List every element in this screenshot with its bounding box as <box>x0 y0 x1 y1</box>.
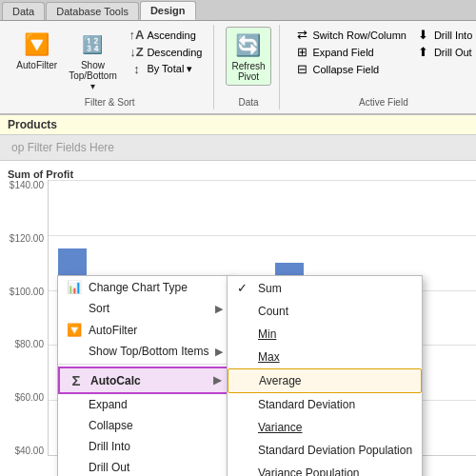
drop-area: op Filter Fields Here <box>0 135 476 161</box>
sort-arrow: ▶ <box>215 303 223 315</box>
max-item[interactable]: Max <box>228 346 422 368</box>
switch-row-col-button[interactable]: ⇄ Switch Row/Column <box>291 27 410 43</box>
drill-into-item[interactable]: Drill Into <box>58 436 230 457</box>
by-total-icon: ↕ <box>129 62 144 76</box>
collapse-item[interactable]: Collapse <box>58 415 230 436</box>
context-menu-overlay: 📊 Change Chart Type Sort ▶ 🔽 AutoFilter … <box>0 161 476 476</box>
expand-field-label: Expand Field <box>313 47 374 58</box>
drill-into-icon: ⬇ <box>416 28 431 42</box>
filter-sort-group: 🔽 AutoFilter 🔢 ShowTop/Bottom ▾ ↑A Ascen… <box>6 25 214 109</box>
data-group-label: Data <box>218 97 278 108</box>
active-field-right: ⬇ Drill Into ⬆ Drill Out <box>412 27 476 60</box>
products-bar: Products <box>0 115 476 135</box>
expand-label: Expand <box>89 398 223 411</box>
show-top-bottom-item[interactable]: Show Top/Bottom Items ▶ <box>58 341 230 362</box>
drill-into-label: Drill Into <box>434 30 472 41</box>
data-group: 🔄 RefreshPivot Data <box>218 25 279 109</box>
autofilter-menu-label: AutoFilter <box>89 324 223 337</box>
expand-item[interactable]: Expand <box>58 394 230 415</box>
variance-pop-item[interactable]: Variance Population <box>228 462 422 476</box>
autocalc-arrow: ▶ <box>213 374 221 387</box>
show-top-bottom-label: ShowTop/Bottom ▾ <box>68 60 119 91</box>
sum-check: ✓ <box>237 281 252 295</box>
autofilter-item[interactable]: 🔽 AutoFilter <box>58 319 230 341</box>
products-label: Products <box>8 118 57 131</box>
min-label: Min <box>258 327 276 341</box>
show-top-bottom-menu-label: Show Top/Bottom Items <box>89 345 209 358</box>
std-dev-item[interactable]: Standard Deviation <box>228 393 422 416</box>
collapse-field-icon: ⊟ <box>295 62 310 76</box>
count-label: Count <box>258 305 288 318</box>
std-dev-pop-label: Standard Deviation Population <box>258 444 412 457</box>
expand-field-icon: ⊞ <box>295 45 310 59</box>
sort-label: Sort <box>89 302 209 315</box>
drop-area-text: op Filter Fields Here <box>11 141 114 154</box>
switch-row-col-label: Switch Row/Column <box>313 30 407 41</box>
count-item[interactable]: Count <box>228 300 422 323</box>
drill-out-label: Drill Out <box>434 47 472 58</box>
autofilter-label: AutoFilter <box>16 60 57 70</box>
refresh-pivot-label: RefreshPivot <box>231 61 265 82</box>
change-chart-type-item[interactable]: 📊 Change Chart Type <box>58 276 230 298</box>
active-field-group: ⇄ Switch Row/Column ⊞ Expand Field ⊟ Col… <box>284 25 477 109</box>
menu-separator <box>58 364 230 365</box>
chart-area: Sum of Profit $140.00 $120.00 $100.00 $8… <box>0 161 476 476</box>
collapse-label: Collapse <box>89 419 223 432</box>
filter-sort-content: 🔽 AutoFilter 🔢 ShowTop/Bottom ▾ ↑A Ascen… <box>13 27 206 108</box>
variance-item[interactable]: Variance <box>228 416 422 439</box>
sort-group: ↑A Ascending ↓Z Descending ↕ By Total ▾ <box>125 27 206 77</box>
context-menu: 📊 Change Chart Type Sort ▶ 🔽 AutoFilter … <box>57 275 231 476</box>
variance-label: Variance <box>258 421 302 434</box>
switch-row-col-icon: ⇄ <box>295 28 310 42</box>
tab-design[interactable]: Design <box>140 1 196 20</box>
drill-into-button[interactable]: ⬇ Drill Into <box>412 27 476 43</box>
chart-type-icon: 📊 <box>66 280 83 294</box>
refresh-pivot-icon: 🔄 <box>233 30 264 61</box>
drill-out-icon: ⬆ <box>416 45 431 59</box>
average-item[interactable]: Average <box>228 368 422 393</box>
active-field-label: Active Field <box>284 97 477 108</box>
show-top-bottom-arrow: ▶ <box>215 346 223 358</box>
tab-database-tools[interactable]: Database Tools <box>46 2 139 20</box>
refresh-pivot-button[interactable]: 🔄 RefreshPivot <box>226 27 270 86</box>
by-total-label: By Total ▾ <box>147 63 192 75</box>
active-field-left: ⇄ Switch Row/Column ⊞ Expand Field ⊟ Col… <box>291 27 410 77</box>
autocalc-item[interactable]: Σ AutoCalc ▶ <box>58 367 230 394</box>
sum-label: Sum <box>258 282 282 295</box>
change-chart-type-label: Change Chart Type <box>89 281 223 294</box>
ascending-icon: ↑A <box>129 28 144 42</box>
collapse-field-button[interactable]: ⊟ Collapse Field <box>291 61 410 77</box>
ribbon: 🔽 AutoFilter 🔢 ShowTop/Bottom ▾ ↑A Ascen… <box>0 21 476 115</box>
show-top-bottom-icon: 🔢 <box>77 30 108 60</box>
ascending-button[interactable]: ↑A Ascending <box>125 27 206 43</box>
drill-out-item[interactable]: Drill Out <box>58 457 230 476</box>
tab-bar: Data Database Tools Design <box>0 0 476 21</box>
std-dev-label: Standard Deviation <box>258 398 355 411</box>
std-dev-pop-item[interactable]: Standard Deviation Population <box>228 439 422 462</box>
drill-into-menu-label: Drill Into <box>89 440 223 453</box>
autocalc-label: AutoCalc <box>90 374 208 387</box>
descending-icon: ↓Z <box>129 45 144 59</box>
tab-data[interactable]: Data <box>2 2 45 20</box>
autofilter-icon: 🔽 <box>22 30 52 60</box>
drill-out-menu-label: Drill Out <box>89 461 223 474</box>
autocalc-icon: Σ <box>68 372 85 388</box>
descending-label: Descending <box>147 47 202 58</box>
variance-pop-label: Variance Population <box>258 466 360 476</box>
average-label: Average <box>259 374 301 387</box>
filter-sort-label: Filter & Sort <box>6 97 213 108</box>
by-total-button[interactable]: ↕ By Total ▾ <box>125 61 206 77</box>
autofilter-button[interactable]: 🔽 AutoFilter <box>13 27 61 73</box>
active-field-content: ⇄ Switch Row/Column ⊞ Expand Field ⊟ Col… <box>291 27 477 108</box>
min-item[interactable]: Min <box>228 323 422 346</box>
show-top-bottom-button[interactable]: 🔢 ShowTop/Bottom ▾ <box>63 27 124 94</box>
sub-menu: ✓ Sum Count Min Max Average Standard <box>227 275 423 476</box>
sum-item[interactable]: ✓ Sum <box>228 276 422 300</box>
expand-field-button[interactable]: ⊞ Expand Field <box>291 44 410 60</box>
data-group-content: 🔄 RefreshPivot <box>226 27 270 108</box>
max-label: Max <box>258 350 280 364</box>
descending-button[interactable]: ↓Z Descending <box>125 44 206 60</box>
drill-out-button[interactable]: ⬆ Drill Out <box>412 44 476 60</box>
autofilter-menu-icon: 🔽 <box>66 323 83 337</box>
sort-item[interactable]: Sort ▶ <box>58 298 230 319</box>
